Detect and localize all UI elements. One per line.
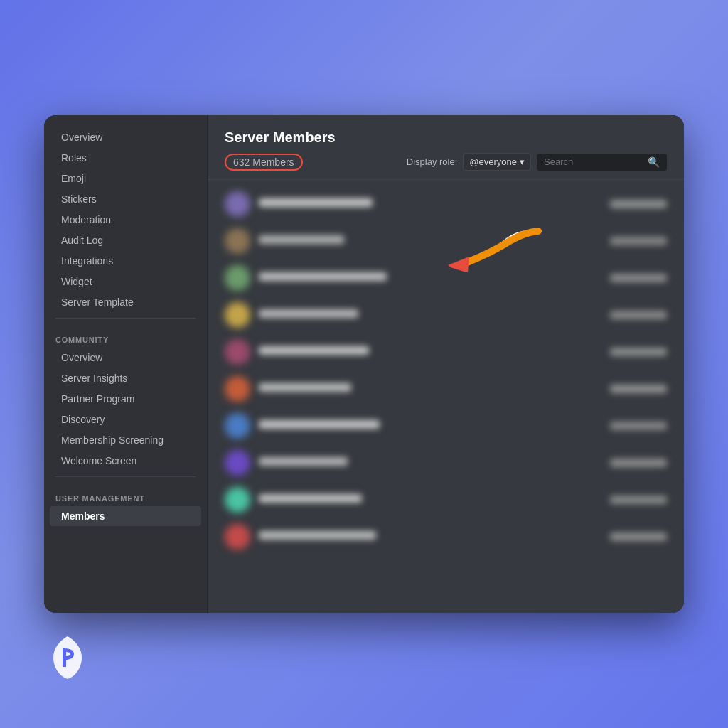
avatar [225,376,250,402]
member-info [259,346,601,358]
sidebar-item-widget[interactable]: Widget [50,272,201,291]
member-info [259,457,601,469]
table-row [208,296,684,333]
sidebar-section-user-management: USER MANAGEMENT [44,483,207,505]
avatar [225,228,250,254]
avatar [225,339,250,365]
member-name [259,494,362,503]
member-extra [610,422,667,430]
members-bar: 632 Members Display role: @everyone ▾ 🔍 [225,153,667,171]
sidebar-item-integrations[interactable]: Integrations [50,251,201,271]
sidebar-item-membership-screening[interactable]: Membership Screening [50,430,201,450]
member-extra [610,532,667,541]
avatar [225,191,250,217]
sidebar-section-community: COMMUNITY [44,324,207,347]
content-header: Server Members 632 Members Display role:… [208,115,684,180]
sidebar-divider-1 [55,318,196,318]
table-row [208,444,684,481]
member-info [259,235,601,247]
member-name [259,531,376,540]
sidebar-item-server-insights[interactable]: Server Insights [50,368,201,388]
avatar [225,413,250,439]
member-extra [610,237,667,245]
sidebar-item-overview[interactable]: Overview [50,127,201,147]
table-row [208,518,684,555]
member-extra [610,459,667,467]
search-box: 🔍 [537,154,667,171]
member-extra [610,311,667,319]
search-input[interactable] [544,156,643,167]
search-icon: 🔍 [648,156,660,168]
member-info [259,198,601,210]
chevron-down-icon: ▾ [520,156,525,167]
sidebar-item-moderation[interactable]: Moderation [50,210,201,230]
member-name [259,383,351,392]
member-name [259,198,373,207]
sidebar-item-stickers[interactable]: Stickers [50,189,201,209]
table-row [208,481,684,518]
table-row [208,259,684,296]
display-role-section: Display role: @everyone ▾ 🔍 [407,153,667,171]
page-title: Server Members [225,129,667,146]
member-info [259,383,601,395]
table-row [208,407,684,444]
member-extra [610,496,667,504]
member-extra [610,348,667,356]
member-extra [610,200,667,208]
sidebar-item-discovery[interactable]: Discovery [50,410,201,429]
member-name [259,272,387,281]
member-info [259,531,601,542]
members-count-badge: 632 Members [225,154,303,171]
avatar [225,265,250,291]
member-name [259,420,380,429]
member-info [259,494,601,505]
sidebar-item-members[interactable]: Members [50,506,201,526]
avatar [225,450,250,476]
member-info [259,420,601,432]
role-dropdown[interactable]: @everyone ▾ [463,153,531,171]
app-logo [43,633,92,682]
sidebar-item-audit-log[interactable]: Audit Log [50,230,201,250]
sidebar-item-emoji[interactable]: Emoji [50,168,201,188]
member-name [259,235,344,244]
sidebar-item-partner-program[interactable]: Partner Program [50,389,201,409]
member-info [259,272,601,284]
discord-window: Overview Roles Emoji Stickers Moderation… [44,115,684,613]
table-row [208,333,684,370]
sidebar-item-roles[interactable]: Roles [50,148,201,168]
display-role-label: Display role: [407,156,458,167]
member-name [259,346,369,355]
table-row [208,223,684,259]
avatar [225,524,250,550]
sidebar-item-welcome-screen[interactable]: Welcome Screen [50,451,201,471]
table-row [208,186,684,223]
logo-area [43,633,92,685]
member-extra [610,385,667,393]
sidebar: Overview Roles Emoji Stickers Moderation… [44,115,208,613]
member-name [259,457,348,466]
main-content: Server Members 632 Members Display role:… [208,115,684,613]
member-name [259,309,358,318]
members-list [208,180,684,613]
member-extra [610,274,667,282]
avatar [225,302,250,328]
sidebar-item-community-overview[interactable]: Overview [50,348,201,368]
table-row [208,370,684,407]
sidebar-item-server-template[interactable]: Server Template [50,292,201,312]
sidebar-divider-2 [55,476,196,477]
member-info [259,309,601,321]
avatar [225,487,250,513]
role-dropdown-value: @everyone [469,156,517,167]
